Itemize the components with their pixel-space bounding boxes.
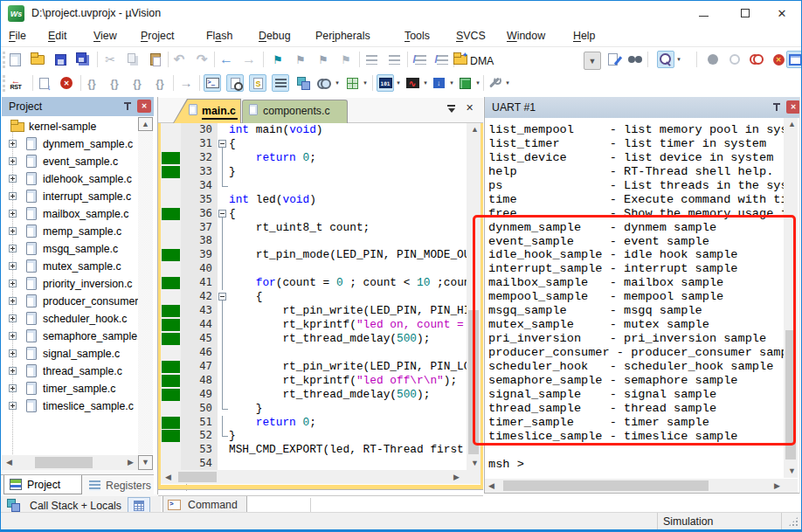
stack-icon[interactable] — [294, 74, 312, 92]
ind-icon[interactable] — [363, 51, 380, 68]
paste-icon[interactable] — [147, 51, 164, 68]
tree-item[interactable]: semaphore_sample.c — [2, 328, 138, 345]
goarrow-icon[interactable] — [177, 74, 195, 92]
tree-item[interactable]: mutex_sample.c — [2, 258, 138, 275]
back-icon[interactable] — [218, 51, 235, 68]
save-icon[interactable] — [52, 51, 69, 68]
tree-item[interactable]: msgq_sample.c — [2, 240, 138, 258]
rst-icon[interactable] — [7, 74, 24, 92]
flag-icon[interactable] — [292, 51, 309, 68]
expand-icon[interactable] — [9, 280, 17, 287]
editor-hscrollbar[interactable]: ◀ ▶ — [161, 470, 481, 484]
tree-item[interactable]: event_sample.c — [2, 153, 138, 170]
open-icon[interactable] — [29, 51, 46, 68]
uart-hscrollbar[interactable]: ◀ ▶ — [485, 479, 784, 493]
wrench-icon[interactable] — [486, 74, 503, 92]
resize-grip[interactable] — [788, 516, 799, 527]
expand-icon[interactable] — [9, 297, 17, 305]
expand-icon[interactable] — [9, 157, 17, 165]
docedit-icon[interactable] — [604, 51, 621, 68]
window-list-icon[interactable] — [446, 103, 458, 115]
menu-project[interactable]: Project — [141, 30, 175, 42]
expand-icon[interactable] — [9, 245, 17, 252]
redx-icon[interactable] — [770, 51, 787, 68]
tree-item[interactable]: thread_sample.c — [2, 363, 138, 380]
flag-icon[interactable] — [315, 51, 332, 68]
binoc-icon[interactable] — [626, 51, 644, 68]
expand-icon[interactable] — [9, 349, 17, 357]
sdoc-icon[interactable] — [249, 74, 266, 92]
expand-icon[interactable] — [9, 367, 17, 375]
dropdown-arrow-icon[interactable]: ▾ — [474, 79, 481, 86]
stopx-icon[interactable] — [58, 74, 75, 92]
ind-icon[interactable] — [385, 51, 403, 68]
menu-svcs[interactable]: SVCS — [456, 30, 486, 42]
menu-edit[interactable]: Edit — [48, 30, 66, 42]
props-icon[interactable] — [786, 51, 802, 68]
tree-item[interactable]: dynmem_sample.c — [2, 135, 138, 153]
rings-icon[interactable] — [748, 51, 765, 68]
docmag-icon[interactable] — [226, 74, 244, 92]
dropdown-arrow-icon[interactable]: ▾ — [362, 79, 369, 86]
project-hscrollbar[interactable]: ◀ ▶ — [2, 455, 138, 470]
tree-item[interactable]: scheduler_hook.c — [2, 310, 138, 328]
redo-icon[interactable] — [193, 51, 211, 68]
brace-icon[interactable] — [128, 74, 146, 92]
dotl-icon[interactable] — [726, 51, 743, 68]
flag-icon[interactable] — [337, 51, 355, 68]
lines-icon[interactable] — [272, 74, 289, 92]
tree-item[interactable]: mailbox_sample.c — [2, 205, 138, 223]
search-combobox[interactable]: DMA — [470, 52, 584, 70]
serial-icon[interactable] — [377, 74, 394, 92]
expand-icon[interactable] — [9, 227, 17, 235]
brace-icon[interactable] — [151, 74, 169, 92]
fold-collapse-icon[interactable] — [218, 140, 226, 148]
menu-flash[interactable]: Flash — [206, 30, 232, 42]
undo-icon[interactable] — [170, 51, 188, 68]
menu-debug[interactable]: Debug — [259, 30, 291, 42]
fold-collapse-icon[interactable] — [218, 293, 226, 301]
cut-icon[interactable] — [101, 51, 119, 68]
expand-icon[interactable] — [9, 192, 17, 200]
tree-item[interactable]: priority_inversion.c — [2, 275, 138, 293]
tree-item[interactable]: timer_sample.c — [2, 380, 138, 397]
menu-peripherals[interactable]: Peripherals — [315, 30, 370, 42]
project-vscroll-down[interactable]: ▼ — [138, 455, 153, 470]
project-close-icon[interactable]: ✕ — [137, 100, 151, 113]
dropdown-arrow-icon[interactable]: ▾ — [334, 79, 341, 86]
tree-root[interactable]: kernel-sample — [2, 118, 138, 135]
folderdma-icon[interactable] — [452, 51, 469, 68]
tree-item[interactable]: idlehook_sample.c — [2, 170, 138, 188]
copy-icon[interactable] — [124, 51, 142, 68]
brace-icon[interactable] — [106, 74, 123, 92]
uart-close-icon[interactable]: ✕ — [786, 100, 800, 114]
expand-icon[interactable] — [9, 314, 17, 322]
magd-icon[interactable] — [657, 51, 674, 68]
dropdown-arrow-icon[interactable]: ▾ — [448, 79, 455, 86]
maximize-button[interactable] — [730, 0, 760, 26]
pin-icon[interactable] — [124, 101, 132, 111]
menu-help[interactable]: Help — [573, 30, 596, 42]
cmt-icon[interactable] — [411, 51, 429, 68]
fold-collapse-icon[interactable] — [218, 210, 226, 218]
ana-icon[interactable] — [404, 74, 421, 92]
dropdown-arrow-icon[interactable]: ▾ — [675, 56, 682, 63]
menu-file[interactable]: File — [9, 30, 26, 42]
menu-window[interactable]: Window — [507, 30, 545, 42]
expand-icon[interactable] — [9, 402, 17, 410]
cmt-icon[interactable] — [433, 51, 451, 68]
menu-view[interactable]: View — [93, 30, 117, 42]
docdown-icon[interactable] — [35, 74, 52, 92]
expand-icon[interactable] — [9, 210, 17, 218]
dotg-icon[interactable] — [704, 51, 722, 68]
new-icon[interactable] — [6, 51, 24, 68]
tree-item[interactable]: memp_sample.c — [2, 223, 138, 240]
tbox-icon[interactable] — [430, 74, 447, 92]
minimize-button[interactable] — [688, 0, 718, 26]
pin-icon[interactable] — [773, 102, 781, 112]
tab-project[interactable]: Project — [3, 475, 82, 494]
toolbar-drag-handle[interactable] — [3, 75, 5, 92]
project-vscrollbar[interactable]: ▲ — [138, 117, 153, 454]
console-icon[interactable] — [204, 74, 221, 92]
toolbar-drag-handle[interactable] — [3, 52, 5, 68]
